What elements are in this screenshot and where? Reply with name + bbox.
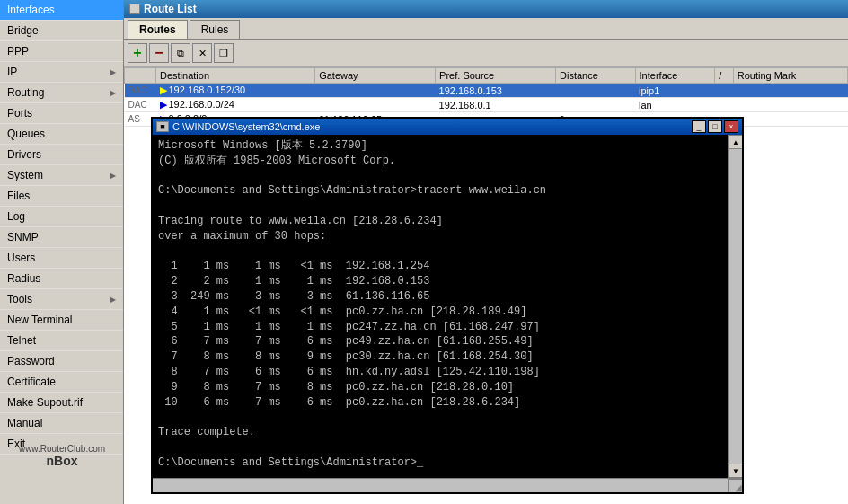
row-interface: lan xyxy=(635,98,715,112)
row-type: DAC xyxy=(125,98,156,112)
sidebar-item-radius[interactable]: Radius xyxy=(0,269,123,289)
sidebar-item-ppp[interactable]: PPP xyxy=(0,41,123,62)
cmd-icon: ■ xyxy=(156,121,169,132)
sidebar-item-certificate[interactable]: Certificate xyxy=(0,372,123,393)
sidebar-item-manual[interactable]: Manual xyxy=(0,413,123,434)
sidebar-item-ports[interactable]: Ports xyxy=(0,103,123,124)
row-distance xyxy=(556,98,636,112)
cmd-window: ■ C:\WINDOWS\system32\cmd.exe _ □ × Micr… xyxy=(151,117,744,494)
scroll-up-arrow[interactable]: ▲ xyxy=(729,135,742,149)
sidebar-logo: www.RouterClub.com nBox xyxy=(0,444,124,468)
scroll-down-arrow[interactable]: ▼ xyxy=(729,464,742,478)
main-content: Route List Routes Rules + − ⧉ ✕ ❐ xyxy=(124,0,848,504)
window-icon xyxy=(129,4,140,14)
cmd-titlebar: ■ C:\WINDOWS\system32\cmd.exe _ □ × xyxy=(153,119,742,135)
row-routing-mark xyxy=(733,84,847,98)
resize-handle[interactable]: ◢ xyxy=(728,479,742,492)
col-gateway[interactable]: Gateway xyxy=(315,68,436,84)
cmd-scrollbar: ▲ ▼ xyxy=(728,135,742,478)
sidebar-item-bridge[interactable]: Bridge xyxy=(0,21,123,41)
paste-button[interactable]: ❐ xyxy=(214,43,234,63)
sidebar-item-interfaces[interactable]: Interfaces xyxy=(0,0,123,21)
cmd-close[interactable]: × xyxy=(724,120,738,133)
tabs-bar: Routes Rules xyxy=(124,18,848,40)
table-row[interactable]: DAC ▶192.168.0.0/24 192.168.0.1 lan xyxy=(125,98,848,112)
sidebar-item-tools[interactable]: Tools xyxy=(0,289,123,310)
tab-rules[interactable]: Rules xyxy=(190,20,241,39)
row-distance xyxy=(556,84,636,98)
row-pref-source: 192.168.0.153 xyxy=(436,84,556,98)
sidebar-item-password[interactable]: Password xyxy=(0,351,123,372)
cmd-title: C:\WINDOWS\system32\cmd.exe xyxy=(172,121,320,132)
sidebar-item-files[interactable]: Files xyxy=(0,186,123,207)
col-pref-source[interactable]: Pref. Source xyxy=(436,68,556,84)
row-slash xyxy=(715,98,734,112)
row-destination: ▶192.168.0.0/24 xyxy=(156,98,315,112)
col-type[interactable] xyxy=(125,68,156,84)
route-list-title: Route List xyxy=(144,3,197,15)
cmd-content-area: Microsoft Windows [版本 5.2.3790](C) 版权所有 … xyxy=(153,135,742,478)
sidebar-item-system[interactable]: System xyxy=(0,165,123,186)
row-pref-source: 192.168.0.1 xyxy=(436,98,556,112)
sidebar: InterfacesBridgePPPIPRoutingPortsQueuesD… xyxy=(0,0,124,504)
tab-routes[interactable]: Routes xyxy=(128,20,188,39)
sidebar-item-snmp[interactable]: SNMP xyxy=(0,227,123,248)
sidebar-item-new-terminal[interactable]: New Terminal xyxy=(0,310,123,331)
col-destination[interactable]: Destination xyxy=(156,68,315,84)
col-slash[interactable]: / xyxy=(715,68,734,84)
row-destination: ▶192.168.0.152/30 xyxy=(156,84,315,98)
toolbar: + − ⧉ ✕ ❐ xyxy=(124,40,848,67)
remove-button[interactable]: − xyxy=(149,43,169,63)
cmd-controls: _ □ × xyxy=(692,120,738,133)
sidebar-item-routing[interactable]: Routing xyxy=(0,83,123,103)
row-type: DAC xyxy=(125,84,156,98)
row-interface: ipip1 xyxy=(635,84,715,98)
cmd-maximize[interactable]: □ xyxy=(708,120,722,133)
row-slash xyxy=(715,84,734,98)
add-button[interactable]: + xyxy=(128,43,147,63)
logo-line2: nBox xyxy=(0,454,124,468)
row-routing-mark xyxy=(733,98,847,112)
col-routing-mark[interactable]: Routing Mark xyxy=(733,68,847,84)
route-list-titlebar: Route List xyxy=(124,0,848,18)
row-routing-mark xyxy=(733,112,847,127)
sidebar-item-log[interactable]: Log xyxy=(0,207,123,227)
cmd-title-text: ■ C:\WINDOWS\system32\cmd.exe xyxy=(156,121,320,132)
col-interface[interactable]: Interface xyxy=(635,68,715,84)
sidebar-item-users[interactable]: Users xyxy=(0,248,123,269)
clear-button[interactable]: ✕ xyxy=(192,43,212,63)
sidebar-item-ip[interactable]: IP xyxy=(0,62,123,83)
scroll-track[interactable] xyxy=(729,149,742,464)
logo-line1: www.RouterClub.com xyxy=(0,444,124,454)
sidebar-item-queues[interactable]: Queues xyxy=(0,124,123,145)
row-gateway xyxy=(315,84,436,98)
sidebar-item-drivers[interactable]: Drivers xyxy=(0,145,123,165)
row-gateway xyxy=(315,98,436,112)
cmd-minimize[interactable]: _ xyxy=(692,120,706,133)
cmd-body[interactable]: Microsoft Windows [版本 5.2.3790](C) 版权所有 … xyxy=(153,135,728,478)
sidebar-item-make-supout.rif[interactable]: Make Supout.rif xyxy=(0,393,123,413)
copy-button[interactable]: ⧉ xyxy=(171,43,190,63)
col-distance[interactable]: Distance xyxy=(556,68,636,84)
table-row[interactable]: DAC ▶192.168.0.152/30 192.168.0.153 ipip… xyxy=(125,84,848,98)
sidebar-item-telnet[interactable]: Telnet xyxy=(0,331,123,351)
